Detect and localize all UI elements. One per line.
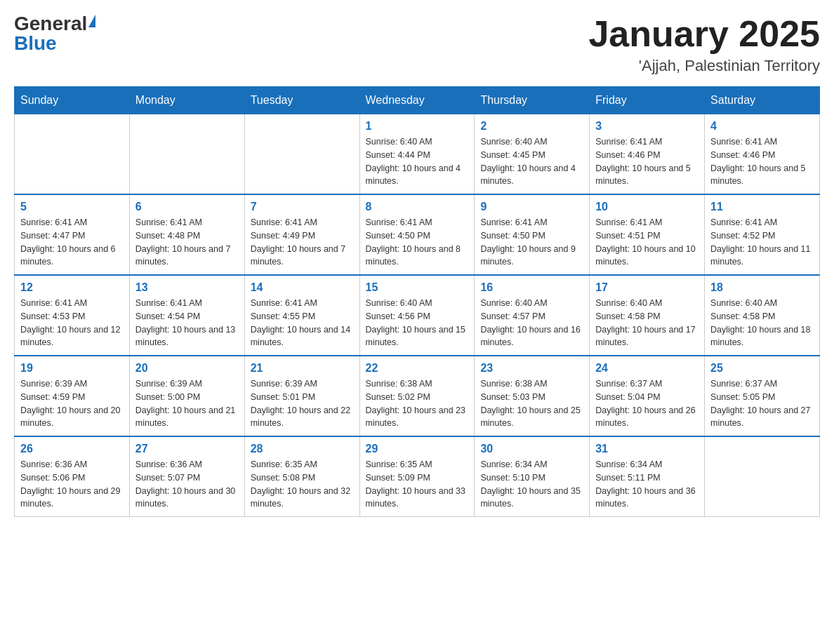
calendar-cell: 9Sunrise: 6:41 AMSunset: 4:50 PMDaylight… — [475, 194, 590, 275]
day-info: Sunrise: 6:39 AMSunset: 5:01 PMDaylight:… — [251, 377, 354, 430]
calendar-header-monday: Monday — [129, 87, 244, 114]
day-info: Sunrise: 6:41 AMSunset: 4:46 PMDaylight:… — [710, 135, 814, 188]
day-info: Sunrise: 6:38 AMSunset: 5:03 PMDaylight:… — [480, 377, 583, 430]
calendar-cell: 29Sunrise: 6:35 AMSunset: 5:09 PMDayligh… — [359, 436, 475, 517]
day-info: Sunrise: 6:41 AMSunset: 4:47 PMDaylight:… — [20, 216, 124, 269]
calendar-cell: 11Sunrise: 6:41 AMSunset: 4:52 PMDayligh… — [705, 194, 820, 275]
calendar-cell: 24Sunrise: 6:37 AMSunset: 5:04 PMDayligh… — [590, 356, 705, 436]
calendar-cell: 8Sunrise: 6:41 AMSunset: 4:50 PMDaylight… — [359, 194, 475, 275]
day-number: 31 — [595, 443, 699, 455]
calendar-week-row: 1Sunrise: 6:40 AMSunset: 4:44 PMDaylight… — [15, 114, 820, 195]
calendar-cell: 28Sunrise: 6:35 AMSunset: 5:08 PMDayligh… — [244, 436, 359, 517]
day-info: Sunrise: 6:41 AMSunset: 4:48 PMDaylight:… — [135, 216, 239, 269]
day-number: 1 — [366, 120, 469, 133]
day-info: Sunrise: 6:41 AMSunset: 4:46 PMDaylight:… — [595, 135, 699, 188]
day-info: Sunrise: 6:37 AMSunset: 5:05 PMDaylight:… — [710, 377, 814, 430]
calendar-cell: 14Sunrise: 6:41 AMSunset: 4:55 PMDayligh… — [244, 275, 359, 356]
calendar-week-row: 5Sunrise: 6:41 AMSunset: 4:47 PMDaylight… — [15, 194, 820, 275]
calendar-header-saturday: Saturday — [705, 87, 820, 114]
location-title: 'Ajjah, Palestinian Territory — [588, 57, 820, 75]
day-number: 27 — [135, 443, 239, 455]
calendar-cell: 26Sunrise: 6:36 AMSunset: 5:06 PMDayligh… — [15, 436, 130, 517]
calendar-cell: 21Sunrise: 6:39 AMSunset: 5:01 PMDayligh… — [244, 356, 359, 436]
calendar-cell: 20Sunrise: 6:39 AMSunset: 5:00 PMDayligh… — [129, 356, 244, 436]
day-info: Sunrise: 6:41 AMSunset: 4:55 PMDaylight:… — [251, 297, 354, 349]
day-info: Sunrise: 6:40 AMSunset: 4:45 PMDaylight:… — [480, 135, 583, 188]
day-number: 25 — [710, 362, 814, 375]
day-info: Sunrise: 6:41 AMSunset: 4:50 PMDaylight:… — [480, 216, 583, 269]
day-info: Sunrise: 6:40 AMSunset: 4:58 PMDaylight:… — [710, 297, 814, 349]
calendar-table: SundayMondayTuesdayWednesdayThursdayFrid… — [14, 86, 820, 517]
day-info: Sunrise: 6:37 AMSunset: 5:04 PMDaylight:… — [595, 377, 699, 430]
day-info: Sunrise: 6:39 AMSunset: 5:00 PMDaylight:… — [135, 377, 239, 430]
calendar-cell: 15Sunrise: 6:40 AMSunset: 4:56 PMDayligh… — [359, 275, 475, 356]
day-info: Sunrise: 6:41 AMSunset: 4:50 PMDaylight:… — [366, 216, 469, 269]
calendar-header-sunday: Sunday — [15, 87, 130, 114]
day-info: Sunrise: 6:38 AMSunset: 5:02 PMDaylight:… — [366, 377, 469, 430]
day-info: Sunrise: 6:34 AMSunset: 5:11 PMDaylight:… — [595, 458, 699, 511]
calendar-header-friday: Friday — [590, 87, 705, 114]
calendar-cell: 25Sunrise: 6:37 AMSunset: 5:05 PMDayligh… — [705, 356, 820, 436]
logo-triangle-icon — [88, 15, 95, 27]
calendar-cell: 2Sunrise: 6:40 AMSunset: 4:45 PMDaylight… — [475, 114, 590, 195]
calendar-cell: 12Sunrise: 6:41 AMSunset: 4:53 PMDayligh… — [15, 275, 130, 356]
day-info: Sunrise: 6:34 AMSunset: 5:10 PMDaylight:… — [480, 458, 583, 511]
calendar-cell: 16Sunrise: 6:40 AMSunset: 4:57 PMDayligh… — [475, 275, 590, 356]
day-info: Sunrise: 6:40 AMSunset: 4:57 PMDaylight:… — [480, 297, 583, 349]
day-number: 15 — [366, 281, 469, 294]
day-number: 20 — [135, 362, 239, 375]
day-info: Sunrise: 6:36 AMSunset: 5:07 PMDaylight:… — [135, 458, 239, 511]
logo: General Blue — [14, 14, 95, 53]
calendar-cell: 6Sunrise: 6:41 AMSunset: 4:48 PMDaylight… — [129, 194, 244, 275]
day-number: 5 — [20, 201, 124, 213]
day-info: Sunrise: 6:40 AMSunset: 4:56 PMDaylight:… — [366, 297, 469, 349]
day-number: 4 — [710, 120, 814, 133]
day-info: Sunrise: 6:41 AMSunset: 4:52 PMDaylight:… — [710, 216, 814, 269]
calendar-cell — [129, 114, 244, 195]
calendar-cell: 31Sunrise: 6:34 AMSunset: 5:11 PMDayligh… — [590, 436, 705, 517]
calendar-cell: 30Sunrise: 6:34 AMSunset: 5:10 PMDayligh… — [475, 436, 590, 517]
day-number: 18 — [710, 281, 814, 294]
calendar-cell: 17Sunrise: 6:40 AMSunset: 4:58 PMDayligh… — [590, 275, 705, 356]
day-number: 22 — [366, 362, 469, 375]
day-number: 3 — [595, 120, 699, 133]
calendar-header-row: SundayMondayTuesdayWednesdayThursdayFrid… — [15, 87, 820, 114]
calendar-cell: 13Sunrise: 6:41 AMSunset: 4:54 PMDayligh… — [129, 275, 244, 356]
logo-blue-text: Blue — [14, 32, 57, 54]
day-info: Sunrise: 6:36 AMSunset: 5:06 PMDaylight:… — [20, 458, 124, 511]
day-number: 6 — [135, 201, 239, 213]
day-number: 8 — [366, 201, 469, 213]
calendar-header-thursday: Thursday — [475, 87, 590, 114]
calendar-cell: 3Sunrise: 6:41 AMSunset: 4:46 PMDaylight… — [590, 114, 705, 195]
day-number: 21 — [251, 362, 354, 375]
day-info: Sunrise: 6:40 AMSunset: 4:44 PMDaylight:… — [366, 135, 469, 188]
day-info: Sunrise: 6:41 AMSunset: 4:51 PMDaylight:… — [595, 216, 699, 269]
calendar-cell: 1Sunrise: 6:40 AMSunset: 4:44 PMDaylight… — [359, 114, 475, 195]
calendar-cell: 19Sunrise: 6:39 AMSunset: 4:59 PMDayligh… — [15, 356, 130, 436]
day-number: 11 — [710, 201, 814, 213]
calendar-cell: 7Sunrise: 6:41 AMSunset: 4:49 PMDaylight… — [244, 194, 359, 275]
day-number: 17 — [595, 281, 699, 294]
day-number: 19 — [20, 362, 124, 375]
day-info: Sunrise: 6:41 AMSunset: 4:53 PMDaylight:… — [20, 297, 124, 349]
calendar-cell: 18Sunrise: 6:40 AMSunset: 4:58 PMDayligh… — [705, 275, 820, 356]
calendar-cell: 23Sunrise: 6:38 AMSunset: 5:03 PMDayligh… — [475, 356, 590, 436]
day-number: 28 — [251, 443, 354, 455]
day-number: 26 — [20, 443, 124, 455]
day-number: 2 — [480, 120, 583, 133]
day-number: 10 — [595, 201, 699, 213]
day-number: 14 — [251, 281, 354, 294]
calendar-cell: 22Sunrise: 6:38 AMSunset: 5:02 PMDayligh… — [359, 356, 475, 436]
calendar-cell — [15, 114, 130, 195]
month-title: January 2025 — [588, 14, 820, 54]
day-number: 24 — [595, 362, 699, 375]
calendar-cell — [244, 114, 359, 195]
day-info: Sunrise: 6:41 AMSunset: 4:49 PMDaylight:… — [251, 216, 354, 269]
day-number: 9 — [480, 201, 583, 213]
day-number: 13 — [135, 281, 239, 294]
day-info: Sunrise: 6:35 AMSunset: 5:08 PMDaylight:… — [251, 458, 354, 511]
calendar-cell: 5Sunrise: 6:41 AMSunset: 4:47 PMDaylight… — [15, 194, 130, 275]
day-info: Sunrise: 6:39 AMSunset: 4:59 PMDaylight:… — [20, 377, 124, 430]
page-header: General Blue January 2025 'Ajjah, Palest… — [14, 14, 820, 75]
calendar-cell: 10Sunrise: 6:41 AMSunset: 4:51 PMDayligh… — [590, 194, 705, 275]
